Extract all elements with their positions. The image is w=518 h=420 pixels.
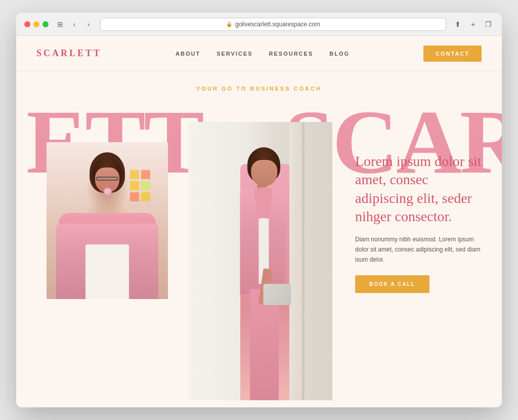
website: SCARLETT ABOUT SERVICES RESOURCES BLOG C… — [16, 36, 502, 407]
new-tab-button[interactable]: + — [467, 19, 479, 30]
browser-actions: ⬆ + ❐ — [452, 19, 494, 30]
forward-button[interactable]: › — [83, 19, 94, 30]
book-call-button[interactable]: BOOK A CALL — [355, 275, 429, 293]
browser-chrome: ⊞ ‹ › 🔒 golivescarlett.squarespace.com ⬆… — [16, 13, 502, 36]
nav-about[interactable]: ABOUT — [176, 51, 200, 57]
nav-blog[interactable]: BLOG — [329, 51, 350, 57]
browser-window: ⊞ ‹ › 🔒 golivescarlett.squarespace.com ⬆… — [16, 13, 502, 407]
photo-left — [47, 142, 168, 299]
hero-section: YOUR GO TO BUSINESS COACH ETT SCARLET — [16, 71, 502, 407]
share-button[interactable]: ⬆ — [452, 19, 463, 30]
window-icon[interactable]: ⊞ — [55, 19, 66, 30]
browser-controls: ⊞ ‹ › — [55, 19, 94, 30]
traffic-lights — [24, 21, 49, 27]
photo-left-image — [47, 142, 168, 299]
lock-icon: 🔒 — [226, 21, 232, 27]
content-area: Lorem ipsum dolor sit amet, consec adipi… — [355, 152, 487, 293]
close-button[interactable] — [24, 21, 30, 27]
maximize-button[interactable] — [42, 21, 49, 27]
photo-right-image — [188, 122, 332, 400]
navigation: SCARLETT ABOUT SERVICES RESOURCES BLOG C… — [16, 36, 502, 71]
photo-right — [188, 122, 332, 400]
hero-heading: Lorem ipsum dolor sit amet, consec adipi… — [355, 152, 487, 226]
hero-subtitle: YOUR GO TO BUSINESS COACH — [16, 86, 502, 92]
site-logo[interactable]: SCARLETT — [36, 48, 102, 59]
back-button[interactable]: ‹ — [69, 19, 80, 30]
url-text: golivescarlett.squarespace.com — [235, 21, 320, 28]
nav-links: ABOUT SERVICES RESOURCES BLOG — [102, 51, 423, 57]
contact-button[interactable]: CONTACT — [423, 46, 482, 62]
minimize-button[interactable] — [33, 21, 39, 27]
copy-button[interactable]: ❐ — [483, 19, 494, 30]
nav-services[interactable]: SERVICES — [217, 51, 252, 57]
hero-body: Diam nonummy nibh euismod. Lorem ipsum d… — [355, 234, 487, 265]
address-bar[interactable]: 🔒 golivescarlett.squarespace.com — [100, 18, 446, 31]
nav-resources[interactable]: RESOURCES — [269, 51, 314, 57]
